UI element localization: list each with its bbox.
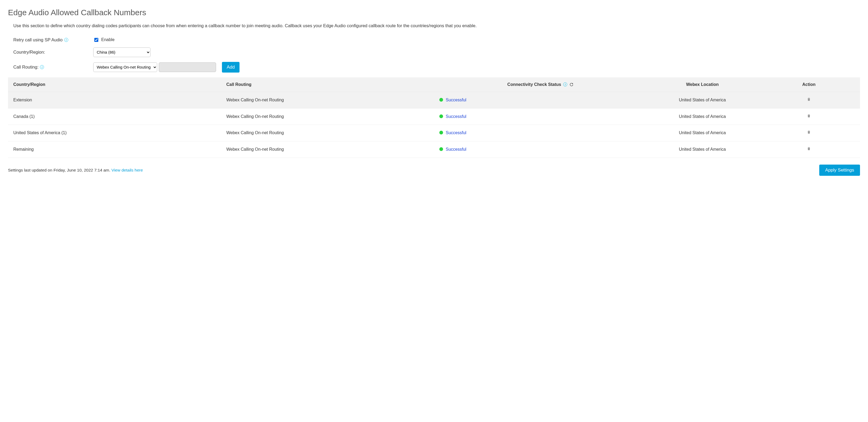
cell-status: Successful bbox=[434, 141, 647, 158]
info-icon[interactable]: i bbox=[563, 82, 567, 86]
apply-settings-button[interactable]: Apply Settings bbox=[819, 165, 860, 176]
cell-location: United States of America bbox=[647, 141, 758, 158]
cell-location: United States of America bbox=[647, 125, 758, 141]
table-row: RemainingWebex Calling On-net RoutingSuc… bbox=[8, 141, 860, 158]
cell-action bbox=[758, 125, 860, 141]
retry-label-text: Retry call using SP Audio bbox=[13, 37, 63, 43]
cell-routing: Webex Calling On-net Routing bbox=[221, 141, 434, 158]
cell-location: United States of America bbox=[647, 92, 758, 108]
add-button[interactable]: Add bbox=[222, 62, 240, 73]
info-icon[interactable]: i bbox=[40, 65, 44, 69]
trash-icon[interactable] bbox=[807, 114, 811, 118]
table-row: United States of America (1)Webex Callin… bbox=[8, 125, 860, 141]
status-dot-icon bbox=[439, 114, 443, 118]
cell-status: Successful bbox=[434, 125, 647, 141]
cell-country: United States of America (1) bbox=[8, 125, 221, 141]
enable-label: Enable bbox=[101, 37, 115, 42]
cell-action bbox=[758, 141, 860, 158]
view-details-link[interactable]: View details here bbox=[111, 168, 143, 172]
status-dot-icon bbox=[439, 98, 443, 102]
cell-routing: Webex Calling On-net Routing bbox=[221, 108, 434, 125]
cell-country: Remaining bbox=[8, 141, 221, 158]
page-description: Use this section to define which country… bbox=[13, 22, 860, 29]
status-link[interactable]: Successful bbox=[446, 96, 466, 104]
routing-label-text: Call Routing: bbox=[13, 64, 38, 69]
status-link[interactable]: Successful bbox=[446, 113, 466, 120]
cell-country: Canada (1) bbox=[8, 108, 221, 125]
routing-select[interactable]: Webex Calling On-net Routing bbox=[93, 62, 157, 72]
page-title: Edge Audio Allowed Callback Numbers bbox=[8, 8, 860, 17]
cell-status: Successful bbox=[434, 108, 647, 125]
cell-routing: Webex Calling On-net Routing bbox=[221, 92, 434, 108]
trash-icon[interactable] bbox=[807, 97, 811, 101]
table-row: Canada (1)Webex Calling On-net RoutingSu… bbox=[8, 108, 860, 125]
status-dot-icon bbox=[439, 131, 443, 135]
status-link[interactable]: Successful bbox=[446, 129, 466, 137]
th-status: Connectivity Check Status i bbox=[434, 77, 647, 92]
refresh-icon[interactable] bbox=[569, 82, 574, 87]
cell-action bbox=[758, 108, 860, 125]
status-link[interactable]: Successful bbox=[446, 146, 466, 153]
th-routing: Call Routing bbox=[221, 77, 434, 92]
routing-label: Call Routing: i bbox=[13, 64, 93, 69]
cell-routing: Webex Calling On-net Routing bbox=[221, 125, 434, 141]
trash-icon[interactable] bbox=[807, 130, 811, 134]
th-country: Country/Region bbox=[8, 77, 221, 92]
country-select[interactable]: China (86) bbox=[93, 48, 151, 57]
retry-label: Retry call using SP Audio i bbox=[13, 37, 93, 43]
routing-extra-input[interactable] bbox=[159, 62, 216, 72]
table-row: ExtensionWebex Calling On-net RoutingSuc… bbox=[8, 92, 860, 108]
enable-checkbox[interactable] bbox=[94, 38, 98, 42]
cell-country: Extension bbox=[8, 92, 221, 108]
status-dot-icon bbox=[439, 147, 443, 151]
th-location: Webex Location bbox=[647, 77, 758, 92]
cell-status: Successful bbox=[434, 92, 647, 108]
footer-text: Settings last updated on Friday, June 10… bbox=[8, 168, 143, 173]
cell-action bbox=[758, 92, 860, 108]
info-icon[interactable]: i bbox=[64, 38, 68, 42]
callback-table: Country/Region Call Routing Connectivity… bbox=[8, 77, 860, 158]
th-action: Action bbox=[758, 77, 860, 92]
country-label: Country/Region: bbox=[13, 50, 93, 55]
cell-location: United States of America bbox=[647, 108, 758, 125]
trash-icon[interactable] bbox=[807, 146, 811, 151]
